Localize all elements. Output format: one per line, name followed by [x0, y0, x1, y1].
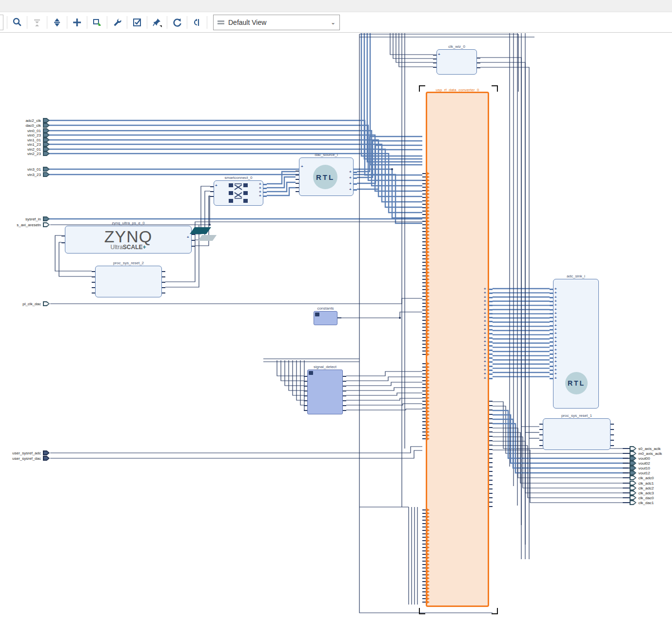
- wire[interactable]: [346, 377, 422, 381]
- block-pin[interactable]: [422, 180, 426, 181]
- block-pin[interactable]: [422, 265, 426, 266]
- interface-pin-expand[interactable]: +: [484, 324, 486, 327]
- block-pin[interactable]: [611, 424, 614, 425]
- block-pin[interactable]: [489, 484, 493, 485]
- selection-handle[interactable]: [419, 85, 425, 92]
- block-pin[interactable]: [422, 258, 426, 259]
- block-pin[interactable]: [489, 488, 493, 489]
- interface-pin-expand[interactable]: +: [349, 182, 352, 185]
- interface-pin-expand[interactable]: +: [484, 332, 486, 335]
- interface-pin-expand[interactable]: +: [554, 360, 557, 363]
- block-pin[interactable]: [550, 297, 553, 298]
- block-pin[interactable]: [623, 463, 630, 464]
- interface-pin-expand[interactable]: +: [554, 308, 557, 311]
- interface-pin-expand[interactable]: +: [554, 312, 557, 315]
- block-pin[interactable]: [489, 471, 493, 472]
- interface-pin-expand[interactable]: +: [554, 288, 557, 291]
- make-external-icon[interactable]: [89, 15, 105, 30]
- interface-pin-expand[interactable]: +: [187, 236, 189, 239]
- block-pin[interactable]: [92, 293, 95, 293]
- input-port-pl_clk_dac[interactable]: pl_clk_dac: [43, 301, 50, 306]
- block-pin[interactable]: [422, 286, 426, 287]
- block-pin[interactable]: [539, 445, 543, 446]
- output-port-s0_axis_aclk[interactable]: s0_axis_aclk: [630, 446, 636, 451]
- block-pin[interactable]: [422, 190, 426, 191]
- interface-pin-expand[interactable]: +: [554, 377, 557, 380]
- block-pin[interactable]: [304, 391, 307, 391]
- block-pin[interactable]: [422, 316, 426, 317]
- block-pin[interactable]: [422, 404, 426, 405]
- block-pin[interactable]: [422, 370, 426, 371]
- block-pin[interactable]: [550, 357, 553, 359]
- block-pin[interactable]: [422, 561, 426, 562]
- block-pin[interactable]: [422, 509, 426, 510]
- input-port-dac0_clk[interactable]: dac0_clk: [43, 123, 50, 128]
- block-pin[interactable]: [489, 497, 493, 498]
- block-pin[interactable]: [623, 497, 630, 498]
- block-pin[interactable]: [304, 376, 307, 377]
- block-pin[interactable]: [623, 458, 630, 459]
- block-pin[interactable]: [433, 67, 436, 68]
- block-pin[interactable]: [354, 183, 357, 185]
- output-port-clk_dac0[interactable]: clk_dac0: [630, 495, 636, 500]
- block-pin[interactable]: [422, 194, 426, 195]
- block-pin[interactable]: [422, 598, 426, 599]
- block-pin[interactable]: [422, 269, 426, 270]
- block-pin[interactable]: [296, 183, 299, 184]
- input-port-vin1_23[interactable]: vin1_23: [43, 142, 50, 147]
- input-port-sysref_in[interactable]: sysref_in: [43, 216, 50, 221]
- block-pin[interactable]: [489, 366, 493, 367]
- block-pin[interactable]: [489, 445, 493, 446]
- block-pin[interactable]: [162, 293, 165, 293]
- block-pin[interactable]: [623, 472, 630, 473]
- block-pin[interactable]: [422, 513, 426, 514]
- input-port-user_sysref_adc[interactable]: user_sysref_adc: [43, 450, 50, 455]
- interface-pin-expand[interactable]: +: [554, 340, 557, 343]
- interface-pin-expand[interactable]: +: [259, 195, 261, 197]
- block-pin[interactable]: [210, 186, 214, 187]
- block-pin[interactable]: [422, 183, 426, 184]
- block-pin[interactable]: [550, 293, 553, 294]
- block-pin[interactable]: [539, 424, 543, 425]
- interface-pin-expand[interactable]: +: [554, 292, 557, 294]
- wire[interactable]: [285, 360, 304, 386]
- block-pin[interactable]: [296, 175, 299, 176]
- block-pin[interactable]: [422, 550, 426, 551]
- output-port-clk_adc3[interactable]: clk_adc3: [630, 490, 636, 495]
- interface-pin-expand[interactable]: +: [484, 377, 486, 380]
- block-pin[interactable]: [422, 438, 426, 439]
- interface-pin-expand[interactable]: +: [484, 320, 486, 323]
- block-pin[interactable]: [422, 367, 426, 368]
- block-pin[interactable]: [92, 282, 95, 283]
- block-pin[interactable]: [550, 313, 553, 314]
- block-pin[interactable]: [422, 173, 426, 174]
- output-port-vout10[interactable]: vout10: [630, 466, 636, 470]
- input-port-s_axi_aresetn[interactable]: s_axi_aresetn: [43, 222, 50, 227]
- output-port-clk_adc0[interactable]: clk_adc0: [630, 475, 636, 480]
- block-pin[interactable]: [550, 329, 553, 331]
- wire[interactable]: [300, 360, 304, 405]
- block-pin[interactable]: [162, 276, 165, 277]
- block-pin[interactable]: [422, 340, 426, 341]
- block-pin[interactable]: [92, 276, 95, 277]
- block-pin[interactable]: [422, 200, 426, 201]
- wire[interactable]: [346, 398, 422, 400]
- block-pin[interactable]: [422, 344, 426, 345]
- block-pin[interactable]: [550, 309, 553, 311]
- interface-pin-expand[interactable]: +: [484, 316, 486, 319]
- block-design-canvas[interactable]: clk_wiz_0 usp_rf_data_converter_0 dac_so…: [0, 33, 672, 625]
- interface-pin-expand[interactable]: +: [554, 296, 557, 299]
- block-pin[interactable]: [422, 279, 426, 280]
- interface-pin-expand[interactable]: +: [554, 300, 557, 303]
- block-pin[interactable]: [489, 353, 493, 355]
- block-pin[interactable]: [422, 595, 426, 596]
- block-signal-detect[interactable]: signal_detect: [307, 370, 343, 414]
- block-pin[interactable]: [296, 179, 299, 180]
- block-pin[interactable]: [422, 516, 426, 517]
- block-pin[interactable]: [354, 172, 357, 173]
- block-pin[interactable]: [422, 391, 426, 391]
- block-pin[interactable]: [422, 425, 426, 426]
- block-pin[interactable]: [422, 414, 426, 415]
- block-pin[interactable]: [354, 189, 357, 191]
- block-pin[interactable]: [422, 248, 426, 249]
